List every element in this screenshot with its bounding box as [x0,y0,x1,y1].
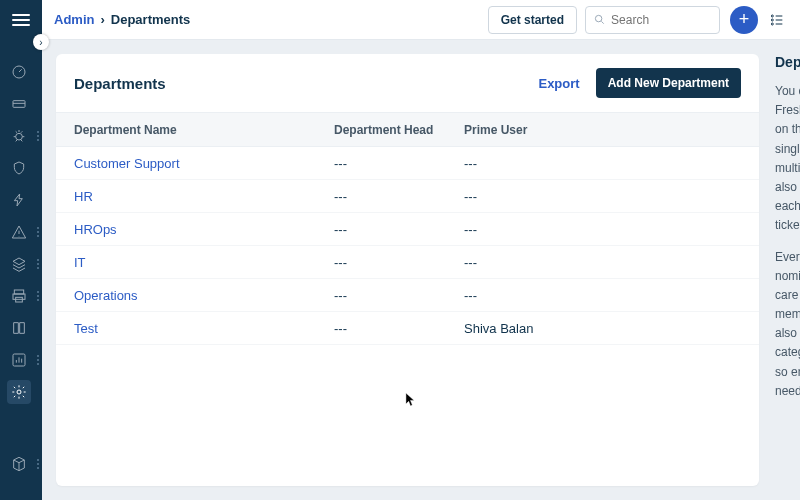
chart-icon [11,352,27,368]
svg-point-7 [17,390,21,394]
svg-rect-4 [13,294,25,299]
table-body: Customer Support------HR------HROps-----… [56,147,759,345]
dept-prime-cell: --- [464,156,741,171]
table-row: Operations------ [56,279,759,312]
dept-name-link[interactable]: Test [74,321,334,336]
search-icon [594,13,605,26]
dept-name-link[interactable]: HR [74,189,334,204]
get-started-button[interactable]: Get started [488,6,577,34]
svg-rect-1 [13,101,25,108]
add-new-department-button[interactable]: Add New Department [596,68,741,98]
dept-name-link[interactable]: Operations [74,288,334,303]
svg-point-9 [771,15,773,17]
info-side-panel: Departments You can group your agents in… [775,54,800,486]
expand-sidebar-button[interactable]: › [33,34,49,50]
search-input[interactable] [611,13,711,27]
nav-icon-list [0,56,42,408]
bolt-icon [11,192,27,208]
menu-toggle[interactable] [0,6,42,34]
table-row: HROps------ [56,213,759,246]
dept-head-cell: --- [334,288,464,303]
search-input-wrap[interactable] [585,6,720,34]
activity-list-button[interactable] [766,9,788,31]
svg-point-10 [771,19,773,21]
dept-prime-cell: --- [464,189,741,204]
nav-item-ticket[interactable] [0,88,42,120]
table-row: Customer Support------ [56,147,759,180]
page-title: Departments [74,75,166,92]
dept-head-cell: --- [334,255,464,270]
nav-item-layers[interactable] [0,248,42,280]
gear-icon [11,384,27,400]
layers-icon [11,256,27,272]
dept-name-link[interactable]: HROps [74,222,334,237]
nav-item-bug[interactable] [0,120,42,152]
ticket-icon [11,96,27,112]
departments-card: Departments Export Add New Department De… [56,54,759,486]
book-icon [11,320,27,336]
print-icon [11,288,27,304]
svg-rect-3 [14,290,23,294]
nav-item-book[interactable] [0,312,42,344]
dept-name-link[interactable]: IT [74,255,334,270]
side-panel-text-2: Every department can have a nominated pr… [775,248,800,402]
nav-item-cube[interactable] [0,448,42,480]
nav-item-shield[interactable] [0,152,42,184]
dept-head-cell: --- [334,156,464,171]
col-header-head: Department Head [334,123,464,137]
svg-point-8 [595,15,601,21]
breadcrumb: Admin › Departments [54,12,190,27]
table-row: HR------ [56,180,759,213]
breadcrumb-root[interactable]: Admin [54,12,94,27]
side-panel-text-1: You can group your agents in Freshservic… [775,82,800,236]
side-panel-title: Departments [775,54,800,70]
alert-icon [11,224,27,240]
left-sidebar: › [0,0,42,500]
departments-table: Department Name Department Head Prime Us… [56,113,759,345]
new-button[interactable]: + [730,6,758,34]
dept-head-cell: --- [334,189,464,204]
dept-head-cell: --- [334,222,464,237]
svg-point-2 [16,133,23,140]
nav-item-bolt[interactable] [0,184,42,216]
table-header: Department Name Department Head Prime Us… [56,113,759,147]
dashboard-icon [11,64,27,80]
shield-icon [11,160,27,176]
dept-prime-cell: --- [464,288,741,303]
dept-prime-cell: --- [464,255,741,270]
svg-point-11 [771,23,773,25]
table-row: IT------ [56,246,759,279]
chevron-right-icon: › [100,12,104,27]
export-button[interactable]: Export [538,76,579,91]
col-header-name: Department Name [74,123,334,137]
col-header-prime: Prime User [464,123,741,137]
bug-icon [11,128,27,144]
nav-item-alert[interactable] [0,216,42,248]
main-area: Admin › Departments Get started + Depart… [42,0,800,500]
nav-item-gear[interactable] [0,376,42,408]
nav-item-print[interactable] [0,280,42,312]
dept-prime-cell: --- [464,222,741,237]
table-row: Test---Shiva Balan [56,312,759,345]
dept-prime-cell: Shiva Balan [464,321,741,336]
topbar: Admin › Departments Get started + [42,0,800,40]
nav-item-chart[interactable] [0,344,42,376]
nav-item-dashboard[interactable] [0,56,42,88]
dept-name-link[interactable]: Customer Support [74,156,334,171]
dept-head-cell: --- [334,321,464,336]
breadcrumb-current: Departments [111,12,190,27]
